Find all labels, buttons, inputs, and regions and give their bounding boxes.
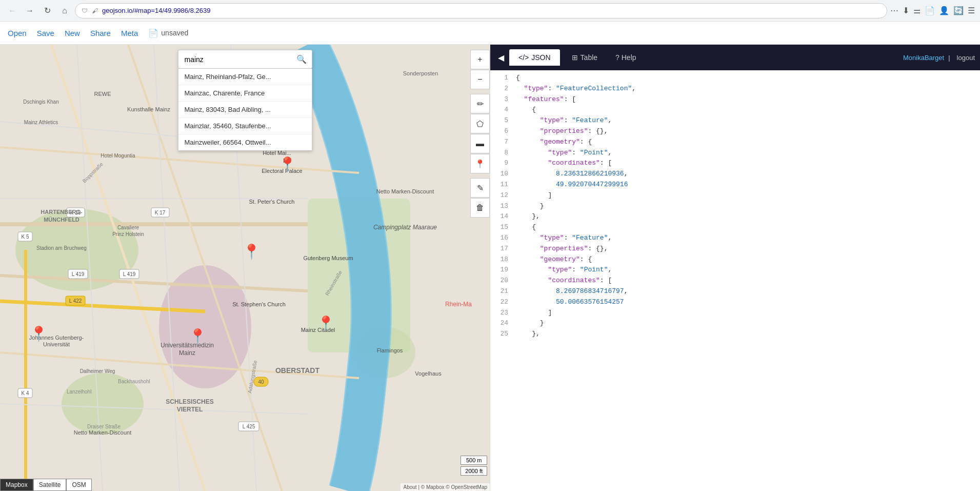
json-line-8: 8 "type": "Point", — [490, 148, 980, 159]
json-line-25: 25 }, — [490, 329, 980, 340]
svg-text:Kunsthalle Mainz: Kunsthalle Mainz — [127, 106, 170, 112]
map-search-input[interactable] — [178, 51, 291, 68]
unsaved-text: unsaved — [161, 29, 188, 37]
svg-text:Dalheimer Weg: Dalheimer Weg — [80, 368, 115, 374]
json-line-18: 18 "geometry": { — [490, 254, 980, 265]
svg-text:Draiser Straße: Draiser Straße — [87, 424, 121, 429]
hamburger-icon[interactable]: ☰ — [968, 6, 975, 15]
svg-text:OBERSTADT: OBERSTADT — [275, 366, 320, 375]
table-tab-label: Table — [581, 53, 597, 62]
address-bar[interactable]: 🛡 🖌 geojson.io/#map=14/49.9986/8.2639 — [75, 3, 887, 18]
save-link[interactable]: Save — [37, 29, 54, 37]
home-button[interactable]: ⌂ — [57, 4, 72, 18]
help-button[interactable]: ? Help — [609, 49, 642, 66]
profile-icon[interactable]: 👤 — [939, 6, 949, 15]
search-result-4[interactable]: Mainzweiler, 66564, Ottweil... — [178, 134, 312, 150]
share-link[interactable]: Share — [90, 29, 111, 37]
json-line-20: 20 "coordinates": [ — [490, 276, 980, 286]
json-line-22: 22 50.00663576154257 — [490, 297, 980, 308]
json-line-12: 12 ] — [490, 190, 980, 201]
map-pin-4[interactable]: 📍 — [189, 328, 207, 345]
draw-rectangle-tool[interactable]: ▬ — [470, 134, 490, 153]
zoom-out-button[interactable]: − — [470, 70, 490, 89]
svg-text:K 5: K 5 — [21, 234, 29, 240]
json-line-13: 13 } — [490, 201, 980, 212]
draw-line-tool[interactable]: ✏ — [470, 94, 490, 113]
basemap-toggle: Mapbox Satellite OSM — [0, 479, 92, 491]
forward-button[interactable]: → — [23, 4, 37, 18]
search-result-3[interactable]: Mainzlar, 35460, Staufenbe... — [178, 118, 312, 134]
more-btn[interactable]: ⋯ — [890, 6, 898, 15]
unsaved-status: 📄 unsaved — [148, 28, 188, 38]
panel-collapse-button[interactable]: ◀ — [495, 50, 507, 65]
zoom-in-button[interactable]: + — [470, 50, 490, 69]
svg-text:HARTENBERG-: HARTENBERG- — [41, 209, 83, 215]
json-tab-icon: </> — [518, 53, 529, 62]
zoom-controls: + − — [470, 50, 490, 90]
sync-icon[interactable]: 🔄 — [953, 6, 964, 15]
app-bar: Open Save New Share Meta 📄 unsaved — [0, 22, 980, 45]
basemap-satellite[interactable]: Satellite — [33, 479, 67, 491]
reload-button[interactable]: ↻ — [40, 4, 54, 18]
search-result-2[interactable]: Mainz, 83043, Bad Aibling, ... — [178, 102, 312, 118]
json-line-17: 17 "properties": {}, — [490, 244, 980, 254]
json-line-24: 24 } — [490, 318, 980, 329]
svg-text:L 419: L 419 — [123, 271, 136, 277]
svg-text:Cavaliere: Cavaliere — [117, 225, 139, 230]
svg-text:Prinz Holstein: Prinz Holstein — [112, 231, 144, 237]
svg-text:St. Peter's Church: St. Peter's Church — [249, 199, 295, 205]
draw-point-tool[interactable]: 📍 — [470, 154, 490, 173]
svg-text:Mainz: Mainz — [179, 349, 195, 357]
open-link[interactable]: Open — [8, 29, 27, 37]
json-line-16: 16 "type": "Feature", — [490, 233, 980, 244]
search-dropdown: Mainz, Rheinland-Pfalz, Ge... Mainzac, C… — [178, 69, 312, 151]
draw-polygon-tool[interactable]: ⬠ — [470, 114, 490, 133]
map-search-button[interactable]: 🔍 — [291, 50, 312, 68]
map-search-container: 🔍 Mainz, Rheinland-Pfalz, Ge... Mainzac,… — [178, 50, 312, 151]
security-icon: 🛡 — [82, 7, 88, 14]
back-button[interactable]: ← — [5, 4, 19, 18]
svg-text:Dschingis Khan: Dschingis Khan — [23, 99, 58, 105]
svg-text:Vogelhaus: Vogelhaus — [415, 370, 442, 377]
svg-text:Lanzelhohl: Lanzelhohl — [67, 389, 91, 395]
pocket-icon[interactable]: ⬇ — [903, 6, 909, 15]
json-line-3: 3 "features": [ — [490, 94, 980, 105]
basemap-osm[interactable]: OSM — [66, 479, 91, 491]
basemap-mapbox[interactable]: Mapbox — [0, 479, 33, 491]
tab-json[interactable]: </> JSON — [509, 49, 560, 66]
search-box: 🔍 — [178, 50, 312, 69]
svg-text:Backhaushohl: Backhaushohl — [118, 379, 150, 384]
edit-tool[interactable]: ✎ — [470, 178, 490, 198]
new-link[interactable]: New — [65, 29, 80, 37]
map-pin-3[interactable]: 📍 — [30, 325, 48, 342]
help-label: ? Help — [615, 53, 636, 62]
draw-tools: ✏ ⬠ ▬ 📍 — [470, 94, 490, 174]
tab-table[interactable]: ⊞ Table — [563, 49, 607, 66]
svg-text:Rhein-Ma: Rhein-Ma — [445, 301, 472, 308]
map-area[interactable]: K 18 K 17 L 419 L 419 L 422 K 5 K 4 L 42… — [0, 45, 490, 491]
search-result-0[interactable]: Mainz, Rheinland-Pfalz, Ge... — [178, 69, 312, 85]
meta-link[interactable]: Meta — [121, 29, 138, 37]
svg-text:MÜNCHFELD: MÜNCHFELD — [44, 217, 79, 223]
json-line-23: 23 ] — [490, 308, 980, 319]
svg-text:SCHLESISCHES: SCHLESISCHES — [166, 398, 213, 405]
logout-link[interactable]: logout — [957, 54, 975, 62]
search-result-1[interactable]: Mainzac, Charente, France — [178, 85, 312, 102]
json-line-5: 5 "type": "Feature", — [490, 115, 980, 126]
map-pin-1[interactable]: 📍 — [278, 156, 296, 173]
svg-text:L 422: L 422 — [69, 298, 82, 304]
bookmarks-icon[interactable]: ⚌ — [913, 6, 921, 15]
svg-text:L 425: L 425 — [243, 424, 255, 429]
map-tools: + − ✏ ⬠ ▬ 📍 ✎ 🗑 — [470, 50, 490, 222]
browser-actions: ⋯ ⬇ ⚌ 📄 👤 🔄 ☰ — [890, 6, 975, 15]
json-editor[interactable]: 1 { 2 "type": "FeatureCollection", 3 "fe… — [490, 70, 980, 491]
map-pin-2[interactable]: 📍 — [243, 243, 261, 260]
json-tab-label: JSON — [531, 53, 550, 62]
delete-tool[interactable]: 🗑 — [470, 198, 490, 218]
json-line-1: 1 { — [490, 73, 980, 84]
map-pin-5[interactable]: 📍 — [317, 315, 335, 332]
svg-text:Campingplatz Maaraue: Campingplatz Maaraue — [373, 224, 437, 231]
reader-icon[interactable]: 📄 — [925, 6, 935, 15]
right-panel: ◀ </> JSON ⊞ Table ? Help MonikaBarget |… — [490, 45, 980, 491]
scale-controls: 500 m 2000 ft — [461, 456, 487, 476]
